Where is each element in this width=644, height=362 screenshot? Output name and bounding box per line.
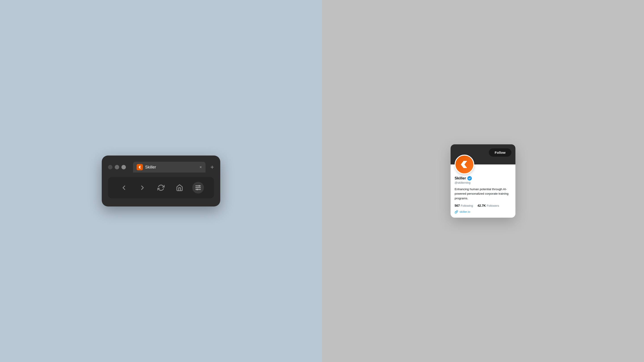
following-stat[interactable]: 567 Following [454,204,473,207]
followers-count: 42.7K [478,204,486,207]
svg-point-4 [196,189,198,190]
link-icon [454,210,458,214]
tab-logo [137,164,143,170]
window-dots [108,165,126,169]
tab-title: Skiller [145,165,197,170]
following-label: Following [461,204,473,207]
home-button[interactable] [174,182,185,194]
website-text: skiller.io [460,210,470,213]
tab-close-button[interactable]: × [200,165,202,169]
profile-avatar-wrap [454,155,474,174]
right-panel: Follow Skiller @skillerning Enhancing hu… [322,0,644,362]
profile-website-link[interactable]: skiller.io [454,210,512,214]
svg-point-3 [198,185,200,186]
followers-label: Followers [487,204,499,207]
verified-badge [467,176,472,181]
settings-button[interactable] [192,182,204,194]
back-button[interactable] [118,182,130,194]
profile-bio: Enhancing human potential through AI-pow… [454,187,512,201]
profile-card-header: Follow [450,144,516,164]
avatar [454,155,474,174]
window-dot-1 [108,165,112,169]
browser-nav-bar [108,177,214,198]
profile-name: Skiller [454,176,466,181]
profile-stats: 567 Following 42.7K Followers [454,204,512,207]
following-count: 567 [454,204,460,207]
window-dot-2 [115,165,119,169]
profile-card: Follow Skiller @skillerning Enhancing hu… [450,144,516,218]
browser-card: Skiller × + [102,156,220,206]
left-panel: Skiller × + [0,0,322,362]
followers-stat[interactable]: 42.7K Followers [478,204,499,207]
refresh-button[interactable] [155,182,167,194]
profile-handle: @skillerning [454,181,512,184]
window-dot-3 [122,165,126,169]
browser-top-bar: Skiller × + [108,162,214,173]
follow-button[interactable]: Follow [489,148,512,157]
new-tab-button[interactable]: + [210,164,214,170]
forward-button[interactable] [137,182,148,194]
browser-tab[interactable]: Skiller × [133,162,206,173]
profile-name-row: Skiller [454,176,512,181]
